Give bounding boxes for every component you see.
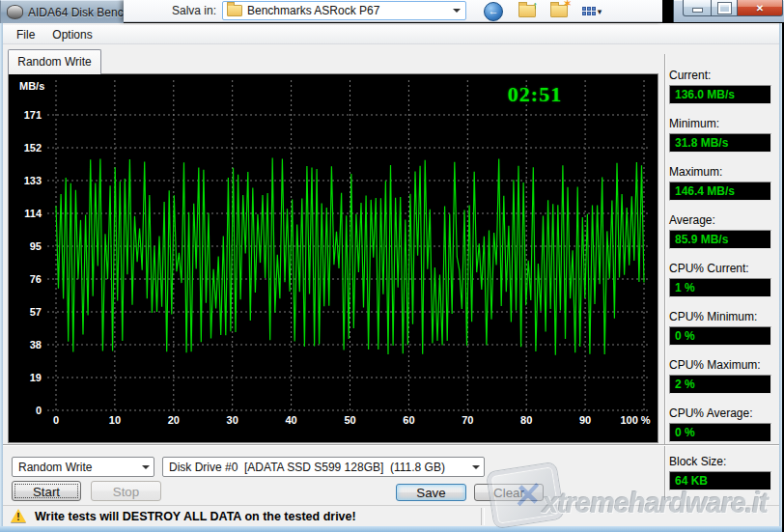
tab-random-write[interactable]: Random Write (8, 49, 101, 74)
y-tick-label: 95 (11, 240, 42, 253)
y-tick-label: 19 (11, 372, 42, 384)
y-tick-label: 57 (11, 306, 42, 319)
back-button[interactable]: ← (483, 2, 504, 20)
test-type-select[interactable]: Random Write (12, 457, 154, 477)
close-icon: ✕ (756, 3, 764, 14)
aida64-titlebar: AIDA64 Disk Bench (0, 0, 124, 23)
x-tick-label: 100 % (614, 414, 657, 426)
maximize-button[interactable] (711, 0, 739, 16)
chart-canvas (9, 74, 658, 442)
stat-value: 1 % (669, 278, 771, 297)
back-icon: ← (484, 2, 503, 21)
warning-text: Write tests will DESTROY ALL DATA on the… (35, 510, 356, 523)
stop-button[interactable]: Stop (91, 481, 161, 501)
x-tick-label: 70 (446, 414, 489, 426)
stat-label: CPU% Current: (669, 262, 771, 276)
stat-value: 64 KB (669, 471, 771, 490)
stat-label: Maximum: (669, 165, 771, 180)
stat-group: CPU% Average:0 % (669, 406, 771, 442)
view-menu-icon (582, 7, 596, 15)
chevron-down-icon: ▾ (598, 7, 602, 16)
maximize-icon (718, 3, 731, 14)
chevron-down-icon[interactable] (453, 9, 461, 13)
stat-label: CPU% Minimum: (669, 310, 771, 324)
stat-label: CPU% Average: (669, 406, 771, 421)
save-location-combobox[interactable]: Benchmarks ASRock P67 (222, 1, 466, 20)
stat-group: Current:136.0 MB/s (669, 69, 771, 104)
save-in-label: Salva in: (172, 4, 216, 17)
warning-icon: ! (11, 509, 27, 523)
y-tick-label: 114 (11, 208, 42, 220)
minimize-icon (692, 8, 703, 13)
clear-button[interactable]: Clear (474, 484, 544, 501)
x-tick-label: 60 (387, 414, 430, 426)
close-button[interactable]: ✕ (737, 0, 783, 16)
x-tick-label: 0 (35, 414, 77, 426)
y-axis-unit: MB/s (19, 80, 44, 92)
status-divider (481, 508, 485, 525)
stat-value: 31.8 MB/s (669, 133, 771, 153)
stat-group: Average:85.9 MB/s (669, 213, 771, 249)
x-tick-label: 90 (564, 414, 606, 426)
save-dialog-strip: Salva in: Benchmarks ASRock P67 ← ↑ ✶ ▾ (124, 0, 662, 22)
x-tick-label: 80 (505, 414, 547, 426)
stat-group: Block Size:64 KB (669, 455, 771, 490)
stat-group: CPU% Maximum:2 % (669, 358, 771, 394)
x-tick-label: 50 (329, 414, 372, 426)
stat-value: 85.9 MB/s (669, 230, 771, 249)
stat-group: Maximum:146.4 MB/s (669, 165, 771, 201)
horizontal-separator (3, 444, 779, 446)
stat-label: CPU% Maximum: (669, 358, 771, 373)
folder-icon (227, 5, 242, 16)
drive-value: Disk Drive #0 [ADATA SSD S599 128GB] (11… (163, 461, 468, 474)
stat-label: Block Size: (669, 455, 771, 469)
stats-panel: Current:136.0 MB/sMinimum:31.8 MB/sMaxim… (669, 69, 771, 503)
window-title: AIDA64 Disk Bench (28, 6, 124, 19)
benchmark-chart: MB/s 17115213311495765738190010203040506… (8, 73, 658, 443)
drive-select[interactable]: Disk Drive #0 [ADATA SSD S599 128GB] (11… (162, 457, 485, 477)
stat-label: Average: (669, 213, 771, 228)
y-tick-label: 38 (11, 339, 42, 351)
save-button[interactable]: Save (396, 484, 466, 501)
screen: AIDA64 Disk Bench Salva in: Benchmarks A… (0, 0, 784, 532)
elapsed-time: 02:51 (491, 82, 578, 107)
stat-value: 136.0 MB/s (669, 85, 771, 104)
y-tick-label: 76 (11, 273, 42, 286)
x-tick-label: 40 (270, 414, 313, 426)
test-type-value: Random Write (13, 461, 138, 474)
vertical-separator (664, 54, 666, 500)
window-bottom-border (0, 526, 782, 532)
stat-value: 146.4 MB/s (669, 182, 771, 201)
y-tick-label: 152 (11, 142, 42, 154)
view-menu-button[interactable]: ▾ (577, 2, 606, 20)
stat-value: 0 % (669, 423, 771, 442)
menu-options[interactable]: Options (43, 26, 100, 43)
stat-value: 2 % (669, 375, 771, 394)
save-location-value: Benchmarks ASRock P67 (247, 4, 448, 17)
background-window-frame: ✕ (673, 0, 784, 22)
window-left-border (0, 23, 3, 532)
up-folder-icon: ↑ (518, 5, 536, 17)
stat-value: 0 % (669, 326, 771, 346)
stat-label: Current: (669, 69, 771, 83)
x-tick-label: 20 (153, 414, 195, 426)
status-bar: ! Write tests will DESTROY ALL DATA on t… (3, 505, 779, 526)
y-tick-label: 133 (11, 175, 42, 187)
stat-group: Minimum:31.8 MB/s (669, 117, 771, 153)
new-folder-button[interactable]: ✶ (548, 2, 570, 20)
minimize-button[interactable] (683, 0, 713, 16)
menu-file[interactable]: File (8, 26, 43, 43)
stat-label: Minimum: (669, 117, 771, 131)
menu-bar: File Options (3, 25, 779, 44)
y-tick-label: 171 (11, 109, 42, 122)
x-tick-label: 30 (211, 414, 254, 426)
hard-disk-icon (7, 5, 23, 19)
new-folder-icon: ✶ (550, 5, 568, 17)
up-one-level-button[interactable]: ↑ (517, 2, 538, 20)
chevron-down-icon (472, 465, 480, 469)
start-button[interactable]: Start (12, 481, 81, 501)
stat-group: CPU% Minimum:0 % (669, 310, 771, 346)
stat-group: CPU% Current:1 % (669, 262, 771, 297)
x-tick-label: 10 (94, 414, 136, 426)
chevron-down-icon (142, 465, 150, 469)
